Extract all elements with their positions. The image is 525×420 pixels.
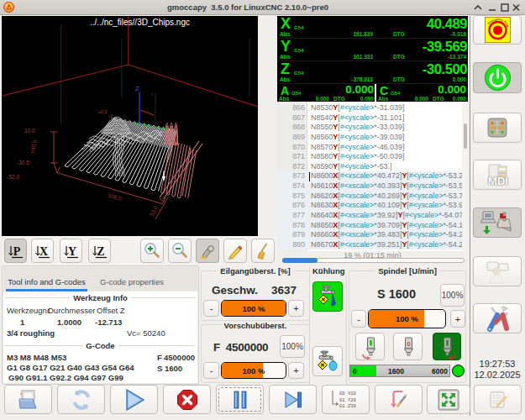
svg-text:Y: Y: [67, 245, 76, 258]
svg-text:≥0.1: ≥0.1: [98, 109, 108, 114]
svg-text:P: P: [13, 245, 20, 258]
svg-text:10.0: 10.0: [24, 128, 35, 134]
svg-text:G0 X10: G0 X10: [339, 391, 356, 396]
svg-text:X: X: [39, 245, 47, 258]
svg-text:../../nc_files//3D_Chips.ngc: ../../nc_files//3D_Chips.ngc: [90, 18, 190, 27]
svg-text:0: 0: [407, 340, 410, 348]
svg-text:r: r: [151, 92, 153, 97]
svg-text:Z: Z: [97, 245, 104, 258]
svg-text:-52.0: -52.0: [7, 174, 19, 180]
svg-text:Z: Z: [135, 85, 139, 92]
svg-text:G1 Z30: G1 Z30: [339, 403, 356, 409]
svg-text:G1 Y20: G1 Y20: [339, 396, 356, 402]
svg-text:-30.5: -30.5: [17, 160, 29, 165]
